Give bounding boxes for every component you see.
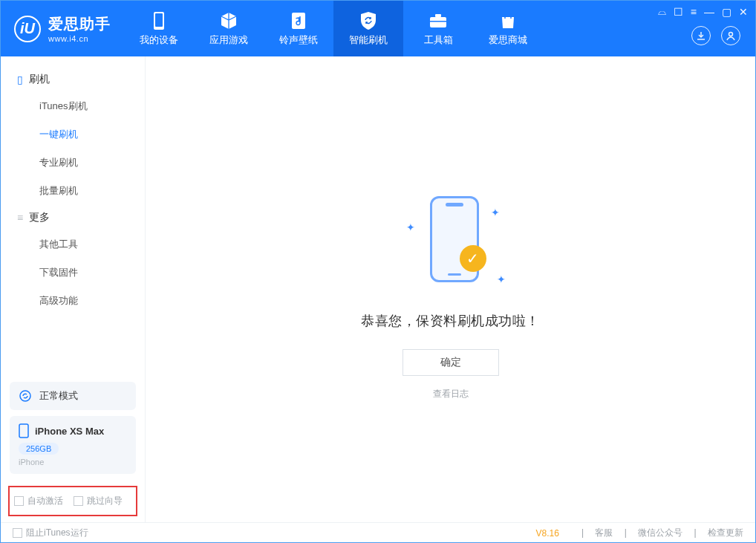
menu-icon[interactable]: ≡ (691, 6, 697, 18)
device-mode-card[interactable]: 正常模式 (10, 382, 136, 410)
device-name: iPhone XS Max (35, 426, 104, 437)
device-block: 正常模式 iPhone XS Max 256GB iPhone (1, 376, 145, 483)
tab-apps-games[interactable]: 应用游戏 (194, 1, 264, 56)
tab-ringtone-wallpaper[interactable]: 铃声壁纸 (264, 1, 333, 56)
checkbox-label: 自动激活 (27, 495, 63, 507)
sidebar: ▯ 刷机 iTunes刷机 一键刷机 专业刷机 批量刷机 ≡ 更多 其他工具 下… (1, 56, 146, 522)
tab-label: 爱思商城 (489, 33, 527, 47)
shield-sync-icon (359, 11, 377, 30)
checkbox-skip-guide[interactable]: 跳过向导 (74, 495, 123, 507)
user-button[interactable] (721, 26, 740, 45)
tab-label: 铃声壁纸 (279, 33, 318, 47)
sparkle-icon: ✦ (497, 273, 506, 285)
device-info-card[interactable]: iPhone XS Max 256GB iPhone (10, 416, 136, 474)
tab-my-device[interactable]: 我的设备 (124, 1, 194, 56)
header: iU 爱思助手 www.i4.cn 我的设备 应用游戏 铃声壁纸 智能刷机 工具… (1, 1, 755, 56)
body: ▯ 刷机 iTunes刷机 一键刷机 专业刷机 批量刷机 ≡ 更多 其他工具 下… (1, 56, 755, 522)
sidebar-group-more: ≡ 更多 (1, 205, 145, 230)
device-type: iPhone (19, 458, 127, 466)
phone-small-icon: ▯ (17, 74, 23, 85)
checkbox-label: 阻止iTunes运行 (26, 527, 88, 539)
close-button[interactable]: ✕ (739, 6, 748, 18)
checkbox-block-itunes[interactable]: 阻止iTunes运行 (13, 527, 88, 539)
version-label: V8.16 (536, 528, 559, 539)
device-mode-label: 正常模式 (39, 389, 78, 403)
device-storage-badge: 256GB (19, 443, 59, 455)
sync-icon (19, 389, 32, 403)
phone-icon (19, 423, 29, 438)
tab-label: 智能刷机 (349, 33, 388, 47)
footer-link-check-update[interactable]: 检查更新 (708, 527, 743, 538)
tab-toolbox[interactable]: 工具箱 (403, 1, 473, 56)
check-badge-icon: ✓ (460, 245, 486, 272)
phone-icon (152, 11, 166, 30)
tshirt-icon[interactable]: ⌓ (658, 5, 666, 18)
tab-smart-flash[interactable]: 智能刷机 (333, 1, 403, 56)
tab-store[interactable]: 爱思商城 (473, 1, 543, 56)
success-illustration: ✦ ✦ ✦ ✓ (377, 190, 525, 294)
footer: 阻止iTunes运行 V8.16 | 客服 | 微信公众号 | 检查更新 (1, 522, 755, 543)
svg-rect-4 (435, 14, 441, 17)
minimize-button[interactable]: — (704, 6, 714, 18)
sidebar-item-batch-flash[interactable]: 批量刷机 (1, 177, 145, 205)
svg-rect-5 (430, 21, 446, 22)
music-note-icon (290, 11, 307, 30)
list-icon: ≡ (17, 212, 23, 224)
footer-link-support[interactable]: 客服 (595, 527, 613, 538)
checkbox-auto-activate[interactable]: 自动激活 (14, 495, 63, 507)
success-headline: 恭喜您，保资料刷机成功啦！ (361, 312, 540, 330)
sparkle-icon: ✦ (491, 207, 500, 218)
group-label: 更多 (29, 211, 50, 224)
footer-link-wechat[interactable]: 微信公众号 (638, 527, 682, 538)
logo-icon: iU (14, 16, 41, 42)
svg-point-7 (20, 391, 30, 401)
view-log-link[interactable]: 查看日志 (433, 388, 469, 400)
maximize-button[interactable]: ▢ (722, 6, 731, 18)
sidebar-item-pro-flash[interactable]: 专业刷机 (1, 149, 145, 177)
checkbox-icon (13, 528, 22, 538)
checkbox-icon (14, 496, 24, 506)
tab-label: 工具箱 (424, 33, 453, 47)
svg-rect-8 (19, 424, 28, 438)
main-content: ✦ ✦ ✦ ✓ 恭喜您，保资料刷机成功啦！ 确定 查看日志 (146, 56, 755, 522)
bag-icon (500, 11, 516, 30)
svg-point-6 (729, 33, 733, 36)
app-name: 爱思助手 (48, 14, 111, 34)
checkbox-label: 跳过向导 (87, 495, 123, 507)
sidebar-item-itunes-flash[interactable]: iTunes刷机 (1, 92, 145, 120)
svg-rect-3 (430, 17, 446, 27)
sidebar-item-download-firmware[interactable]: 下载固件 (1, 259, 145, 287)
tab-label: 我的设备 (140, 33, 178, 47)
svg-rect-1 (155, 13, 163, 27)
toolbox-icon (428, 11, 448, 30)
cube-icon (219, 11, 238, 30)
ok-button[interactable]: 确定 (403, 349, 499, 376)
sparkle-icon: ✦ (406, 221, 415, 233)
download-button[interactable] (691, 26, 711, 45)
app-logo: iU 爱思助手 www.i4.cn (1, 1, 124, 56)
feedback-icon[interactable]: ☐ (674, 6, 683, 18)
highlighted-options: 自动激活 跳过向导 (1, 483, 145, 522)
group-label: 刷机 (29, 73, 50, 86)
top-nav: 我的设备 应用游戏 铃声壁纸 智能刷机 工具箱 爱思商城 (124, 1, 543, 56)
window-controls: ⌓ ☐ ≡ — ▢ ✕ (658, 5, 748, 18)
checkbox-icon (74, 496, 83, 506)
tab-label: 应用游戏 (209, 33, 248, 47)
header-round-buttons (691, 26, 740, 45)
app-url: www.i4.cn (48, 34, 111, 43)
sidebar-group-flash: ▯ 刷机 (1, 67, 145, 92)
sidebar-item-other-tools[interactable]: 其他工具 (1, 230, 145, 259)
sidebar-item-advanced[interactable]: 高级功能 (1, 287, 145, 315)
sidebar-item-oneclick-flash[interactable]: 一键刷机 (1, 120, 145, 149)
